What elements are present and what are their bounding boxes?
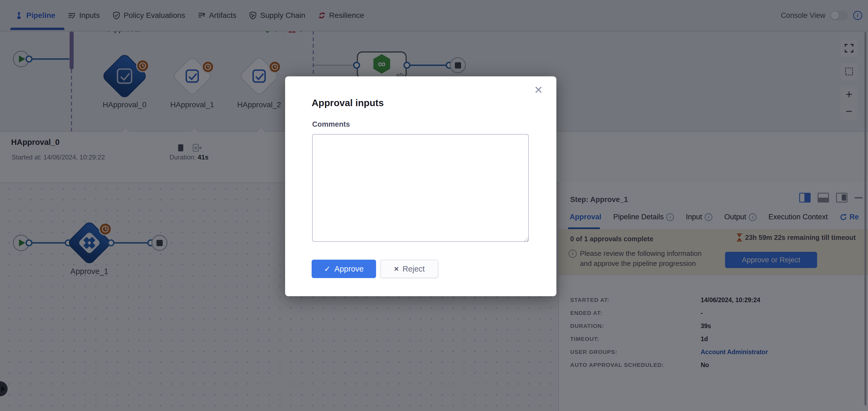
close-icon[interactable]: ×: [530, 81, 547, 97]
reject-button[interactable]: × Reject: [380, 260, 438, 278]
approve-label: Approve: [334, 264, 364, 274]
check-icon: ✓: [324, 264, 331, 274]
modal-title: Approval inputs: [312, 97, 384, 108]
pipeline-execution-page: HApproval_0 HApproval_1 HApproval_2 ∞ </…: [0, 0, 868, 411]
comments-textarea[interactable]: [312, 134, 529, 242]
reject-label: Reject: [403, 264, 425, 274]
comments-label: Comments: [312, 120, 350, 129]
x-icon: ×: [394, 264, 399, 274]
approve-button[interactable]: ✓ Approve: [312, 260, 376, 278]
approval-inputs-modal: × Approval inputs Comments ✓ Approve × R…: [285, 76, 556, 296]
